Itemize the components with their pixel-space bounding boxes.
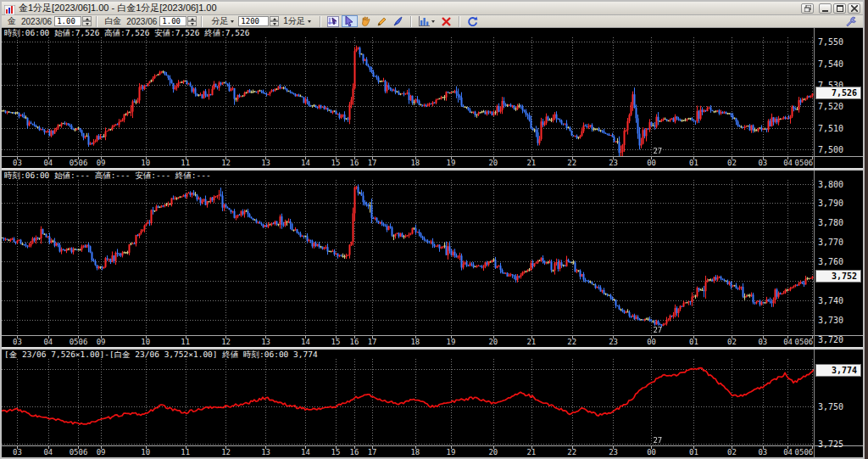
gold-candlestick-canvas[interactable] bbox=[2, 37, 814, 156]
x-axis-label: 04 bbox=[43, 338, 53, 346]
x-axis-label: 04 bbox=[43, 159, 53, 167]
spread-x-axis: 0304050609101112131415161718192021222300… bbox=[2, 445, 814, 457]
x-axis-label: 23 bbox=[609, 448, 618, 456]
chevron-down-icon bbox=[431, 20, 435, 23]
x-axis-label: 11 bbox=[181, 338, 190, 346]
wrench-icon bbox=[846, 16, 857, 27]
maximize-button[interactable] bbox=[833, 3, 846, 14]
x-axis-label: 19 bbox=[447, 448, 456, 456]
x-axis-label: 01 bbox=[689, 448, 698, 456]
platinum-info-line: 時刻:06:00 始値:--- 高値:--- 安値:--- 終値:--- bbox=[2, 171, 814, 180]
x-axis-label: 03 bbox=[13, 159, 22, 167]
data-cursor-tool-button[interactable] bbox=[326, 15, 342, 27]
x-axis-label: 0506 bbox=[70, 448, 88, 456]
chevron-down-icon bbox=[231, 20, 234, 23]
x-axis-label: 13 bbox=[261, 159, 270, 167]
x-axis-label: 04 bbox=[43, 448, 53, 456]
select-tool-button[interactable] bbox=[342, 15, 358, 27]
x-axis-label: 0506 bbox=[795, 159, 814, 167]
restore-window-button[interactable] bbox=[801, 3, 814, 14]
x-axis-label: 11 bbox=[181, 448, 190, 456]
refresh-button[interactable] bbox=[465, 15, 481, 27]
x-axis-label: 22 bbox=[567, 338, 576, 346]
y-axis-label: 3,720 bbox=[818, 335, 843, 344]
platinum-ratio-input[interactable] bbox=[159, 16, 186, 26]
gold-symbol-label: 金 bbox=[8, 15, 16, 27]
title-bar[interactable]: 金1分足[2023/06]1.00 - 白金1分足[2023/06]1.00 bbox=[2, 2, 863, 15]
app-icon bbox=[4, 3, 15, 14]
y-axis-label: 3,770 bbox=[818, 238, 843, 247]
pen-tool-button[interactable] bbox=[390, 15, 406, 27]
x-axis-label: 02 bbox=[727, 159, 737, 167]
platinum-contract-month[interactable]: 2023/06 bbox=[126, 17, 157, 26]
chart-type-dropdown[interactable]: 分足 bbox=[207, 16, 238, 27]
x-axis-label: 09 bbox=[97, 159, 106, 167]
x-axis-label: 14 bbox=[301, 338, 310, 346]
x-axis-label: 21 bbox=[526, 448, 536, 456]
pencil-tool-button[interactable] bbox=[374, 15, 390, 27]
pencil-icon bbox=[376, 16, 387, 27]
y-axis-label: 3,750 bbox=[818, 402, 843, 411]
x-axis-label: 00 bbox=[647, 448, 656, 456]
x-axis-label: 18 bbox=[410, 448, 420, 456]
data-cursor-icon bbox=[327, 16, 339, 27]
toolbar: 金 2023/06 白金 2023/06 分足 1分足 bbox=[2, 15, 863, 28]
settings-wrench-button[interactable] bbox=[843, 15, 860, 27]
x-axis-label: 13 bbox=[261, 338, 270, 346]
current-price-box: 3,774 bbox=[815, 364, 861, 377]
x-axis-label: 22 bbox=[567, 159, 576, 167]
x-axis-label: 21 bbox=[526, 338, 536, 346]
x-axis-label: 19 bbox=[447, 338, 456, 346]
platinum-candlestick-panel: 時刻:06:00 始値:--- 高値:--- 安値:--- 終値:--- 030… bbox=[2, 171, 863, 347]
x-axis-label: 15 bbox=[331, 448, 341, 456]
x-axis-label: 01 bbox=[689, 338, 698, 346]
delete-tool-button[interactable] bbox=[438, 15, 454, 27]
current-price-box: 7,526 bbox=[815, 87, 861, 99]
chevron-down-icon bbox=[308, 20, 311, 23]
gold-info-line: 時刻:06:00 始値:7,526 高値:7,526 安値:7,526 終値:7… bbox=[2, 28, 814, 37]
x-axis-label: 15 bbox=[331, 159, 341, 167]
x-axis-label: 10 bbox=[141, 159, 150, 167]
toolbar-separator bbox=[201, 16, 203, 27]
close-button[interactable] bbox=[848, 3, 860, 14]
current-price-box: 3,752 bbox=[815, 270, 861, 283]
platinum-ratio-spinner[interactable] bbox=[187, 16, 197, 26]
platinum-candlestick-canvas[interactable] bbox=[2, 180, 814, 335]
x-axis-label: 12 bbox=[221, 159, 231, 167]
minimize-button[interactable] bbox=[819, 3, 832, 14]
hand-icon bbox=[360, 16, 371, 27]
gold-ratio-input[interactable] bbox=[54, 16, 81, 26]
platinum-y-axis: 3,8003,7903,7803,7703,7603,7403,7303,720… bbox=[814, 171, 863, 347]
x-axis-label: 23 bbox=[609, 159, 618, 167]
x-axis-label: 01 bbox=[689, 159, 698, 167]
gold-ratio-spinner[interactable] bbox=[82, 16, 92, 26]
chart-style-dropdown-button[interactable] bbox=[416, 15, 438, 27]
x-axis-label: 03 bbox=[13, 448, 22, 456]
select-arrow-icon bbox=[344, 16, 354, 26]
pan-hand-tool-button[interactable] bbox=[358, 15, 374, 27]
x-axis-label: 17 bbox=[368, 159, 377, 167]
x-axis-label: 15 bbox=[331, 338, 341, 346]
refresh-icon bbox=[467, 16, 478, 27]
x-axis-label: 10 bbox=[141, 338, 150, 346]
y-axis-label: 7,510 bbox=[818, 124, 843, 133]
bar-count-input[interactable] bbox=[238, 16, 269, 26]
x-axis-label: 03 bbox=[758, 159, 767, 167]
platinum-x-axis: 0304050609101112131415161718192021222300… bbox=[2, 335, 814, 347]
x-axis-label: 12 bbox=[221, 448, 231, 456]
x-axis-label: 00 bbox=[647, 338, 656, 346]
x-axis-label: 22 bbox=[567, 448, 576, 456]
x-axis-label: 21 bbox=[526, 159, 536, 167]
toolbar-separator bbox=[410, 16, 412, 27]
x-axis-label: 23 bbox=[609, 338, 618, 346]
x-axis-label: 0506 bbox=[795, 448, 814, 456]
spread-line-canvas[interactable] bbox=[2, 359, 814, 445]
gold-contract-month[interactable]: 2023/06 bbox=[21, 17, 52, 26]
bar-count-spinner[interactable] bbox=[270, 16, 279, 26]
x-axis-label: 02 bbox=[727, 338, 737, 346]
chart-window: 金1分足[2023/06]1.00 - 白金1分足[2023/06]1.00 金… bbox=[0, 0, 865, 459]
y-axis-label: 3,780 bbox=[818, 218, 843, 227]
x-axis-label: 04 bbox=[783, 338, 793, 346]
x-axis-label: 11 bbox=[181, 159, 190, 167]
timeframe-dropdown[interactable]: 1分足 bbox=[279, 16, 315, 27]
